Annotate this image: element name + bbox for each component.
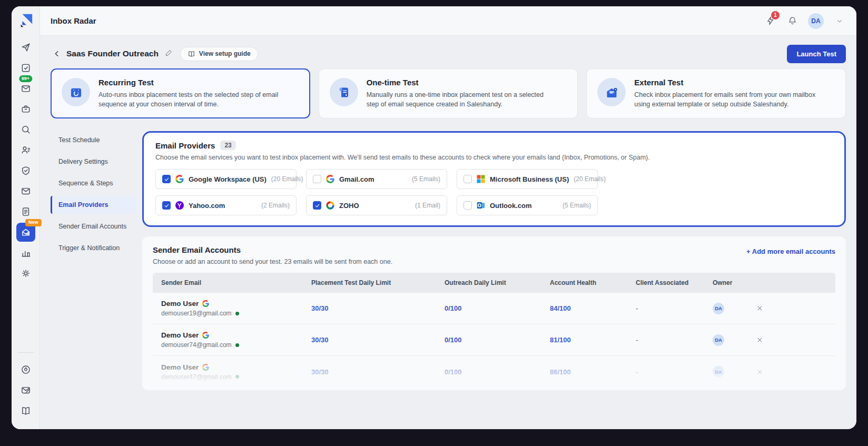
sender-email-accounts-panel: Sender Email Accounts Choose or add an a… <box>142 236 846 390</box>
account-chevron-down-icon[interactable] <box>833 15 846 27</box>
external-test-card[interactable]: External Test Check inbox placement for … <box>586 68 846 118</box>
add-more-email-accounts-link[interactable]: + Add more email accounts <box>746 247 835 255</box>
outreach-limit-value: 0/100 <box>445 336 550 344</box>
page-title: Saas Founder Outreach <box>66 49 159 58</box>
provider-google-workspace[interactable]: Google Workspace (US) (20 Emails) <box>155 169 297 189</box>
connected-status-dot <box>235 375 239 379</box>
nav-settings-icon[interactable] <box>16 264 35 283</box>
nav-deliverability-icon[interactable] <box>16 161 35 180</box>
provider-microsoft-business[interactable]: Microsoft Business (US) (20 Emails) <box>457 169 598 189</box>
provider-yahoo[interactable]: Yahoo.com (2 Emails) <box>155 195 297 215</box>
outreach-limit-value: 0/100 <box>445 304 550 312</box>
google-provider-icon <box>202 364 209 371</box>
table-header-row: Sender Email Placement Test Daily Limit … <box>153 273 835 293</box>
provider-gmail-checkbox[interactable] <box>313 175 321 183</box>
external-test-icon <box>597 78 626 106</box>
subnav-email-providers[interactable]: Email Providers <box>51 196 136 214</box>
external-test-title: External Test <box>634 78 824 87</box>
table-row: Demo User demouser74@gmail.com 30/30 <box>153 324 835 356</box>
subnav-sequence-steps[interactable]: Sequence & Steps <box>51 174 136 192</box>
upgrade-lightning-icon[interactable]: 1 <box>764 15 776 27</box>
subnav-sender-email-accounts[interactable]: Sender Email Accounts <box>51 217 136 235</box>
sender-accounts-title: Sender Email Accounts <box>153 245 392 254</box>
google-provider-icon <box>202 300 209 307</box>
owner-avatar: DA <box>713 366 724 378</box>
yahoo-logo-icon <box>175 201 184 210</box>
recurring-test-card[interactable]: Recurring Test Auto-runs inbox placement… <box>51 68 310 118</box>
app-window: 99+ New <box>12 6 856 429</box>
whats-new-icon[interactable] <box>16 360 35 379</box>
client-associated-value: - <box>636 368 713 376</box>
owner-avatar: DA <box>713 303 724 314</box>
nav-analytics-icon[interactable] <box>16 243 35 262</box>
placement-limit-value: 30/30 <box>311 304 445 312</box>
provider-google-workspace-checkbox[interactable] <box>162 175 171 183</box>
nav-tasks-icon[interactable] <box>16 58 35 77</box>
email-verify-icon[interactable] <box>16 381 35 400</box>
view-setup-guide-label: View setup guide <box>199 50 251 57</box>
connected-status-dot <box>235 343 239 347</box>
provider-gmail[interactable]: Gmail.com (5 Emails) <box>306 169 447 189</box>
nav-inbox-radar-icon[interactable]: New <box>16 223 35 242</box>
provider-zoho[interactable]: ZOHO (1 Email) <box>306 195 447 215</box>
nav-templates-icon[interactable] <box>16 202 35 221</box>
launch-test-button[interactable]: Launch Test <box>787 45 846 63</box>
test-type-cards: Recurring Test Auto-runs inbox placement… <box>51 68 846 118</box>
one-time-test-description: Manually runs a one-time inbox placement… <box>367 90 556 109</box>
nav-search-icon[interactable] <box>16 120 35 139</box>
nav-email-icon[interactable] <box>16 182 35 201</box>
microsoft-logo-icon <box>477 175 485 183</box>
zoho-logo-icon <box>326 201 334 210</box>
nav-sequences-icon[interactable] <box>16 38 35 57</box>
owner-avatar: DA <box>713 334 724 346</box>
nav-unibox-icon[interactable]: 99+ <box>16 79 35 98</box>
account-health-value: 86/100 <box>550 368 636 376</box>
email-providers-description: Choose the email services you want to te… <box>155 154 833 161</box>
provider-outlook-checkbox[interactable] <box>463 201 472 210</box>
nav-clients-icon[interactable] <box>16 100 35 118</box>
provider-microsoft-checkbox[interactable] <box>463 175 472 183</box>
remove-account-icon[interactable] <box>754 366 765 378</box>
edit-title-pencil-icon[interactable] <box>165 49 173 59</box>
subnav-delivery-settings[interactable]: Delivery Settings <box>51 153 136 171</box>
email-providers-count-badge: 23 <box>220 141 235 150</box>
user-avatar[interactable]: DA <box>808 13 824 29</box>
subnav-test-schedule[interactable]: Test Schedule <box>51 131 136 149</box>
provider-yahoo-checkbox[interactable] <box>162 201 171 210</box>
provider-zoho-checkbox[interactable] <box>313 201 321 210</box>
saleshandy-logo <box>18 13 34 28</box>
view-setup-guide-button[interactable]: View setup guide <box>180 47 258 61</box>
one-time-test-card[interactable]: One-time Test Manually runs a one-time i… <box>319 68 578 118</box>
subnav-trigger-notification[interactable]: Trigger & Notification <box>51 239 136 257</box>
email-providers-panel: Email Providers 23 Choose the email serv… <box>142 131 846 227</box>
nav-prospects-icon[interactable] <box>16 141 35 160</box>
app-title: Inbox Radar <box>51 16 96 25</box>
email-providers-title: Email Providers <box>155 141 215 150</box>
docs-icon[interactable] <box>16 401 35 420</box>
sidebar-rail: 99+ New <box>12 6 40 429</box>
client-associated-value: - <box>636 304 713 312</box>
recurring-test-title: Recurring Test <box>98 78 288 87</box>
sidebar-divider <box>18 352 34 353</box>
recurring-test-icon <box>62 78 90 106</box>
outreach-limit-value: 0/100 <box>445 368 550 376</box>
one-time-test-icon <box>330 78 358 106</box>
google-logo-icon <box>175 175 184 183</box>
page-content: Saas Founder Outreach View setup guide L… <box>40 36 856 429</box>
google-logo-icon <box>326 175 334 183</box>
placement-limit-value: 30/30 <box>311 368 445 376</box>
placement-limit-value: 30/30 <box>311 336 445 344</box>
provider-outlook[interactable]: Outlook.com (5 Emails) <box>457 195 598 215</box>
remove-account-icon[interactable] <box>754 334 765 346</box>
account-health-value: 81/100 <box>550 336 636 344</box>
one-time-test-title: One-time Test <box>367 78 556 87</box>
back-button[interactable] <box>51 47 63 60</box>
client-associated-value: - <box>636 336 713 344</box>
outlook-logo-icon <box>477 201 485 210</box>
table-row: Demo User demouser19@gmail.com 30/30 <box>153 293 835 324</box>
remove-account-icon[interactable] <box>754 303 765 314</box>
notifications-bell-icon[interactable] <box>786 15 798 27</box>
connected-status-dot <box>235 312 239 315</box>
lightning-notification-badge: 1 <box>771 11 780 19</box>
new-feature-badge: New <box>25 219 42 226</box>
